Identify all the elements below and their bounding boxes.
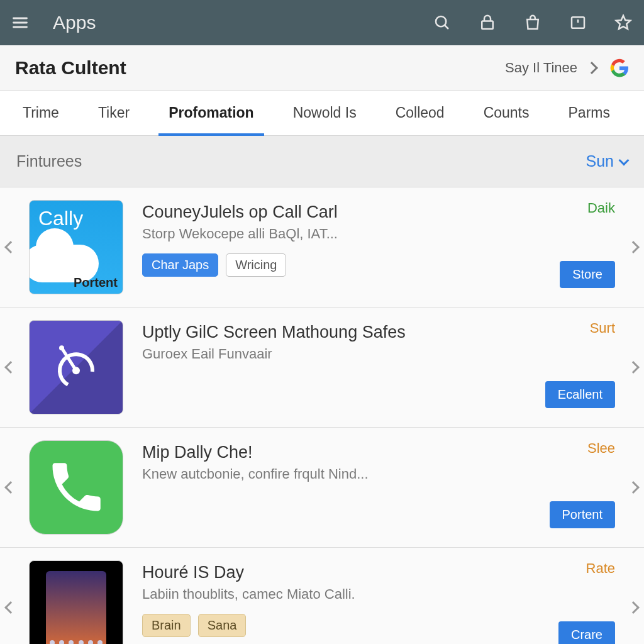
app-right-column: Rate Crare [542,560,630,644]
prev-arrow-icon[interactable] [4,361,17,374]
shopping-bag-icon[interactable] [523,13,542,32]
chip-row: Char Japs Wricing [142,253,542,277]
tab-nowold-is[interactable]: Nowold Is [293,91,357,135]
filter-label: Finturees [16,152,586,170]
status-badge: Daik [587,200,615,216]
thumb-text-2: Portent [74,275,118,290]
chip[interactable]: Char Japs [142,253,218,277]
svg-line-1 [445,25,448,29]
chevron-down-icon [619,155,630,165]
app-info: CouneyJulels op Call Carl Storp Wekocepe… [142,200,542,277]
filter-bar: Finturees Sun [0,136,644,187]
tab-colleod[interactable]: Colleod [396,91,445,135]
action-button[interactable]: Store [560,261,615,288]
app-info: Uptly GilC Screen Mathoung Safes Guroex … [142,320,542,374]
app-thumbnail [29,320,123,414]
action-button[interactable]: Crare [558,621,615,644]
status-badge: Rate [586,560,615,577]
app-title: Mip Dally Che! [142,443,542,462]
prev-arrow-icon[interactable] [4,241,17,253]
sub-header: Rata Cultent Say Il Tinee [0,45,644,91]
app-thumbnail [29,440,123,535]
subheader-link[interactable]: Say Il Tinee [505,60,596,76]
svg-rect-2 [482,21,493,30]
star-icon[interactable] [614,13,633,32]
app-subtitle: Guroex Eail Funvaair [142,346,542,362]
app-subtitle: Knew autcbonie, confire frqult Nind... [142,466,542,482]
chip-row: Brain Sana [142,614,542,637]
tab-parms[interactable]: Parms [569,91,610,135]
chip[interactable]: Sana [198,614,247,637]
app-subtitle: Labiin thoublits, camec Miato Calli. [142,586,542,602]
app-right-column: Surt Ecallent [542,320,630,408]
list-item[interactable]: Cally Portent CouneyJulels op Call Carl … [0,187,644,308]
page-title: Rata Cultent [15,57,505,79]
tab-profomation[interactable]: Profomation [169,91,253,135]
google-logo-icon[interactable] [610,58,629,77]
prev-arrow-icon[interactable] [4,481,17,494]
search-icon[interactable] [433,13,452,32]
sort-label: Sun [586,152,614,170]
chip[interactable]: Brain [142,614,191,637]
app-right-column: Slee Portent [542,440,630,528]
app-info: Houré IS Day Labiin thoublits, camec Mia… [142,560,542,637]
app-info: Mip Dally Che! Knew autcbonie, confire f… [142,440,542,494]
antenna-icon [48,338,104,394]
app-title: Houré IS Day [142,563,542,582]
app-bar-actions [433,13,633,32]
top-app-bar: Apps [0,0,644,45]
status-badge: Slee [587,440,615,457]
app-bar-title: Apps [53,12,433,33]
action-button[interactable]: Ecallent [545,381,615,408]
tab-window-icon[interactable] [569,13,587,32]
chevron-right-icon [586,62,598,74]
list-item[interactable]: Mip Dally Che! Knew autcbonie, confire f… [0,428,644,548]
app-title: Uptly GilC Screen Mathoung Safes [142,323,542,342]
sort-dropdown[interactable]: Sun [586,152,628,170]
app-thumbnail [29,560,123,644]
subheader-link-label: Say Il Tinee [505,60,577,76]
app-right-column: Daik Store [542,200,630,288]
list-item[interactable]: Houré IS Day Labiin thoublits, camec Mia… [0,548,644,644]
thumb-text-1: Cally [38,207,83,230]
prev-arrow-icon[interactable] [4,601,17,614]
app-subtitle: Storp Wekocepe alli BaQl, IAT... [142,226,542,242]
app-thumbnail: Cally Portent [29,200,123,294]
app-list: Cally Portent CouneyJulels op Call Carl … [0,187,644,644]
tab-trime[interactable]: Trime [23,91,59,135]
chip[interactable]: Wricing [226,253,286,277]
status-badge: Surt [590,320,615,336]
tab-strip: Trime Tiker Profomation Nowold Is Colleo… [0,91,644,136]
tab-tiker[interactable]: Tiker [98,91,130,135]
action-button[interactable]: Portent [550,501,615,528]
list-item[interactable]: Uptly GilC Screen Mathoung Safes Guroex … [0,308,644,428]
tab-counts[interactable]: Counts [484,91,530,135]
hamburger-menu-icon[interactable] [11,14,29,31]
phone-icon [45,456,108,519]
svg-point-8 [59,345,64,350]
lock-icon[interactable] [478,13,497,32]
app-title: CouneyJulels op Call Carl [142,203,542,222]
svg-point-0 [436,16,446,26]
